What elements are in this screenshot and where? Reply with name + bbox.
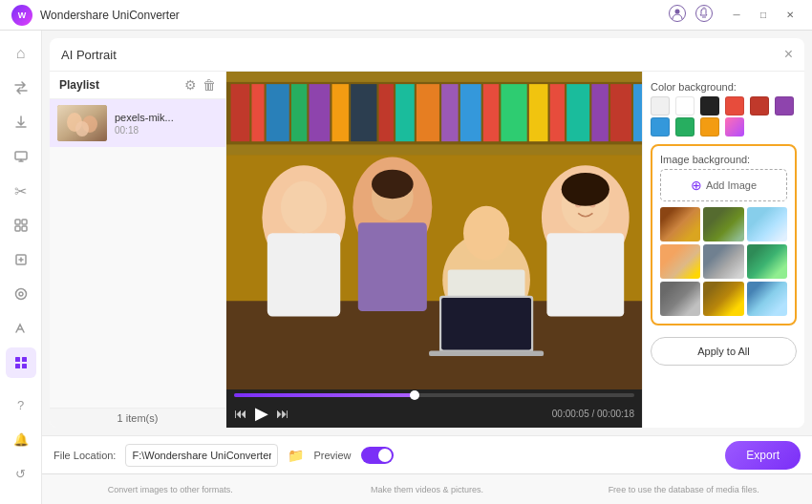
video-area: ⏮ ▶ ⏭ 00:00:05 / 00:00:18	[226, 72, 642, 428]
bg-thumbnails	[660, 207, 787, 316]
bg-thumb-4[interactable]	[660, 244, 700, 279]
svg-rect-30	[379, 84, 394, 141]
sidebar-item-convert[interactable]	[6, 73, 36, 103]
swatch-pink[interactable]	[725, 117, 744, 136]
svg-rect-42	[633, 84, 642, 141]
svg-rect-35	[483, 84, 499, 141]
sidebar-item-screen[interactable]	[6, 141, 36, 172]
apply-to-all-button[interactable]: Apply to All	[651, 337, 797, 366]
bg-thumb-1[interactable]	[660, 207, 700, 242]
swatch-purple[interactable]	[775, 96, 794, 116]
svg-point-54	[463, 206, 509, 261]
svg-point-47	[281, 181, 327, 234]
bg-thumb-5[interactable]	[703, 244, 743, 279]
panel-title: AI Portrait	[61, 48, 117, 62]
bg-thumb-2[interactable]	[703, 207, 743, 242]
svg-rect-40	[591, 84, 608, 141]
toggle-knob	[378, 449, 392, 462]
svg-rect-12	[22, 357, 27, 362]
sidebar-item-compress[interactable]	[6, 244, 36, 275]
swatch-red[interactable]	[725, 96, 744, 116]
sidebar-item-effects[interactable]	[6, 279, 36, 309]
notification-icon[interactable]	[695, 5, 713, 25]
close-window-button[interactable]: ✕	[780, 5, 801, 26]
sidebar-refresh-icon[interactable]: ↺	[6, 458, 36, 489]
svg-rect-49	[358, 222, 427, 311]
file-location-label: File Location:	[53, 450, 116, 461]
playlist-delete-icon[interactable]: 🗑	[203, 77, 216, 93]
playlist-icons: ⚙ 🗑	[184, 77, 216, 93]
svg-rect-25	[267, 84, 289, 141]
playlist-item-name: pexels-mik...	[115, 112, 201, 123]
swatch-blue[interactable]	[651, 117, 670, 136]
folder-browse-button[interactable]: 📁	[288, 448, 304, 463]
add-image-button[interactable]: ⊕ Add Image	[660, 169, 787, 201]
swatch-green[interactable]	[675, 117, 694, 136]
svg-rect-24	[251, 84, 264, 141]
user-icon[interactable]	[669, 5, 686, 25]
time-total: 00:00:18	[597, 409, 634, 419]
playlist-item[interactable]: pexels-mik... 00:18	[50, 99, 225, 147]
svg-rect-11	[15, 357, 20, 362]
sidebar-item-home[interactable]: ⌂	[6, 38, 36, 69]
playlist-title: Playlist	[59, 78, 99, 92]
preview-toggle[interactable]	[361, 447, 394, 464]
video-frame	[226, 72, 642, 389]
panel-body: Playlist ⚙ 🗑	[50, 72, 804, 428]
bg-thumb-3[interactable]	[747, 207, 787, 242]
swatch-light-gray[interactable]	[651, 96, 670, 116]
next-button[interactable]: ⏭	[276, 406, 289, 421]
app-logo: W	[11, 5, 32, 26]
swatch-dark-red[interactable]	[750, 96, 769, 116]
swatch-orange[interactable]	[700, 117, 719, 136]
svg-rect-7	[22, 226, 27, 231]
add-image-label: Add Image	[706, 179, 757, 191]
panel-close-button[interactable]: ×	[784, 46, 793, 63]
swatch-black[interactable]	[700, 96, 719, 116]
hint-2: Make them videos & pictures.	[299, 485, 556, 494]
progress-handle	[410, 390, 419, 400]
time-current: 00:00:05	[552, 409, 589, 419]
playlist-header: Playlist ⚙ 🗑	[50, 72, 225, 99]
playback-controls: ⏮ ▶ ⏭	[234, 403, 289, 424]
sidebar-item-merge[interactable]	[6, 210, 36, 241]
svg-rect-39	[566, 84, 589, 141]
bg-thumb-6[interactable]	[747, 244, 787, 279]
export-button[interactable]: Export	[725, 441, 801, 470]
svg-point-10	[19, 292, 23, 296]
file-path-input[interactable]	[125, 444, 278, 467]
svg-rect-59	[546, 233, 624, 316]
play-button[interactable]: ▶	[255, 403, 268, 424]
bg-thumb-9[interactable]	[747, 282, 787, 316]
settings-panel: Color background:	[642, 72, 804, 428]
maximize-button[interactable]: □	[753, 5, 774, 26]
playlist-item-info: pexels-mik... 00:18	[115, 112, 218, 136]
svg-rect-41	[610, 84, 631, 141]
sidebar-item-download[interactable]	[6, 107, 36, 137]
minimize-button[interactable]: ─	[726, 5, 747, 26]
playlist-thumbnail	[57, 105, 107, 141]
bg-thumb-8[interactable]	[703, 282, 743, 316]
sidebar-item-tools[interactable]	[6, 347, 36, 378]
prev-button[interactable]: ⏮	[234, 406, 247, 421]
color-bg-title: Color background:	[651, 81, 797, 93]
progress-bar[interactable]	[234, 393, 634, 397]
preview-label: Preview	[313, 450, 351, 461]
progress-fill	[234, 393, 415, 397]
svg-rect-13	[15, 364, 20, 368]
playlist-item-duration: 00:18	[115, 125, 218, 136]
title-bar: W Wondershare UniConverter ─ □ ✕	[0, 0, 812, 31]
svg-rect-23	[231, 84, 250, 141]
bg-thumb-7[interactable]	[660, 282, 700, 316]
swatch-white[interactable]	[675, 96, 694, 116]
sidebar-help-icon[interactable]: ?	[6, 389, 36, 420]
playlist-thumb-image	[57, 105, 107, 141]
svg-point-63	[562, 173, 609, 206]
sidebar-item-watermark[interactable]	[6, 313, 36, 344]
svg-rect-38	[550, 84, 565, 141]
sidebar-bell-icon[interactable]: 🔔	[6, 424, 36, 454]
sidebar-item-cut[interactable]: ✂	[6, 176, 36, 206]
playlist-settings-icon[interactable]: ⚙	[184, 77, 197, 93]
svg-rect-46	[267, 233, 340, 316]
svg-point-1	[675, 10, 680, 14]
